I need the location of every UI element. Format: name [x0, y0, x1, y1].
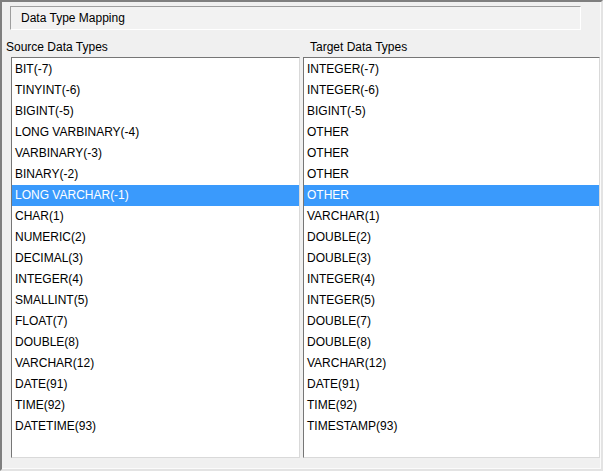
list-item[interactable]: DOUBLE(8) [12, 332, 299, 353]
list-item[interactable]: BIGINT(-5) [12, 101, 299, 122]
list-item[interactable]: VARBINARY(-3) [12, 143, 299, 164]
source-data-types-list[interactable]: BIT(-7)TINYINT(-6)BIGINT(-5)LONG VARBINA… [11, 57, 300, 458]
list-item[interactable]: INTEGER(5) [304, 290, 599, 311]
target-data-types-list[interactable]: INTEGER(-7)INTEGER(-6)BIGINT(-5)OTHEROTH… [303, 57, 600, 458]
list-item[interactable]: BIGINT(-5) [304, 101, 599, 122]
list-item[interactable]: VARCHAR(12) [12, 353, 299, 374]
list-item[interactable]: DOUBLE(7) [304, 311, 599, 332]
list-item[interactable]: INTEGER(-6) [304, 80, 599, 101]
list-item[interactable]: INTEGER(4) [304, 269, 599, 290]
list-item[interactable]: BINARY(-2) [12, 164, 299, 185]
list-item[interactable]: DATE(91) [304, 374, 599, 395]
list-item[interactable]: OTHER [304, 143, 599, 164]
list-item[interactable]: DOUBLE(8) [304, 332, 599, 353]
list-item[interactable]: VARCHAR(1) [304, 206, 599, 227]
list-item[interactable]: CHAR(1) [12, 206, 299, 227]
list-item[interactable]: NUMERIC(2) [12, 227, 299, 248]
target-data-types-label: Target Data Types [310, 40, 407, 54]
list-item[interactable]: DECIMAL(3) [12, 248, 299, 269]
list-item[interactable]: DATE(91) [12, 374, 299, 395]
list-item[interactable]: FLOAT(7) [12, 311, 299, 332]
list-item[interactable]: INTEGER(-7) [304, 59, 599, 80]
list-item[interactable]: TIME(92) [12, 395, 299, 416]
list-item[interactable]: VARCHAR(12) [304, 353, 599, 374]
list-item[interactable]: TINYINT(-6) [12, 80, 299, 101]
dialog-title: Data Type Mapping [21, 11, 125, 25]
dialog-header: Data Type Mapping [10, 6, 581, 30]
list-item[interactable]: LONG VARBINARY(-4) [12, 122, 299, 143]
data-type-mapping-dialog: Data Type Mapping Source Data Types Targ… [0, 0, 603, 471]
list-item[interactable]: TIME(92) [304, 395, 599, 416]
list-item[interactable]: DOUBLE(2) [304, 227, 599, 248]
source-data-types-label: Source Data Types [6, 40, 108, 54]
list-item[interactable]: OTHER [304, 164, 599, 185]
list-item[interactable]: INTEGER(4) [12, 269, 299, 290]
list-item[interactable]: TIMESTAMP(93) [304, 416, 599, 437]
list-item[interactable]: BIT(-7) [12, 59, 299, 80]
list-item[interactable]: LONG VARCHAR(-1) [12, 185, 299, 206]
list-item[interactable]: DATETIME(93) [12, 416, 299, 437]
list-item[interactable]: OTHER [304, 185, 599, 206]
list-item[interactable]: DOUBLE(3) [304, 248, 599, 269]
list-item[interactable]: OTHER [304, 122, 599, 143]
list-item[interactable]: SMALLINT(5) [12, 290, 299, 311]
